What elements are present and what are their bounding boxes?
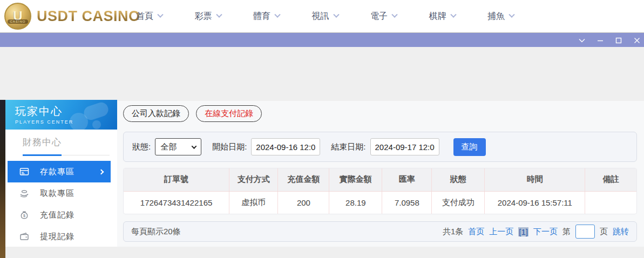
nav-item-slots[interactable]: 電子 — [370, 11, 397, 22]
status-label: 狀態: — [132, 142, 151, 152]
app-window: U CASINO USDT CASINO 首頁 彩票 體育 視訊 — [0, 0, 644, 258]
table-cell: 虚拟币 — [229, 191, 278, 214]
window-maximize-icon[interactable] — [615, 37, 622, 44]
usdt-coin-icon: U CASINO — [4, 3, 31, 30]
chevron-down-icon — [509, 12, 514, 18]
chevron-down-icon — [333, 12, 339, 18]
jump-button[interactable]: 跳转 — [613, 227, 629, 237]
background-edge-strip — [0, 100, 5, 258]
jump-suffix-label: 页 — [600, 227, 608, 237]
chevron-down-icon — [450, 12, 456, 18]
sidebar-item-label: 存款專區 — [40, 167, 74, 177]
sidebar: 玩家中心 PLAYERS CENTER 財務中心 存款專區 取款專區 $ — [5, 100, 117, 247]
sidebar-item-deposit[interactable]: 存款專區 — [8, 161, 111, 182]
table-cell: 200 — [278, 191, 329, 214]
sidebar-item-label: 取款專區 — [40, 188, 74, 199]
chevron-down-icon — [274, 12, 280, 18]
site-header: U CASINO USDT CASINO 首頁 彩票 體育 視訊 — [0, 0, 644, 32]
window-close-icon[interactable] — [633, 37, 641, 44]
table-header-cell: 實際金額 — [329, 168, 382, 191]
sidebar-item-withdraw[interactable]: 取款專區 — [8, 182, 111, 204]
jump-page-input[interactable] — [575, 225, 595, 239]
window-minimize-icon[interactable] — [596, 37, 604, 44]
total-count-text: 共1条 — [443, 227, 463, 237]
start-date-input[interactable] — [251, 138, 320, 155]
nav-label: 電子 — [370, 11, 388, 22]
record-tabs: 公司入款記錄 在線支付記錄 — [123, 105, 637, 122]
nav-label: 首頁 — [136, 11, 153, 22]
table-cell: 支付成功 — [432, 191, 485, 214]
sidebar-header: 玩家中心 PLAYERS CENTER — [5, 100, 117, 130]
sidebar-item-recharge-records[interactable]: $ 充值記錄 — [8, 204, 111, 226]
table-row: 1726473431422165虚拟币20028.197.0958支付成功202… — [124, 191, 636, 214]
table-cell: 28.19 — [329, 191, 382, 214]
logo-text: USDT CASINO — [37, 8, 140, 25]
table-cell: 7.0958 — [382, 191, 432, 214]
sidebar-subtitle: PLAYERS CENTER — [15, 119, 117, 125]
sidebar-item-label: 提現記錄 — [40, 232, 74, 242]
end-date-input[interactable] — [370, 138, 439, 155]
deposit-card-icon — [19, 167, 29, 176]
main-nav: 首頁 彩票 體育 視訊 電子 棋牌 — [136, 0, 514, 32]
pagination-bar: 每頁顯示20條 共1条 首页 上一页 [1] 下一页 第 页 跳转 — [123, 221, 637, 242]
chevron-down-icon — [157, 12, 163, 18]
table-body: 1726473431422165虚拟币20028.197.0958支付成功202… — [124, 191, 636, 214]
start-date-label: 開始日期: — [212, 142, 247, 152]
query-button[interactable]: 查詢 — [453, 138, 486, 156]
nav-item-lottery[interactable]: 彩票 — [195, 11, 221, 22]
table-header-cell: 訂單號 — [124, 168, 229, 191]
prev-page-link[interactable]: 上一页 — [489, 227, 513, 237]
tab-company-deposit-records[interactable]: 公司入款記錄 — [123, 105, 189, 122]
moneybag-icon: $ — [19, 210, 29, 220]
coin-band-label: CASINO — [8, 19, 28, 24]
first-page-link[interactable]: 首页 — [468, 227, 484, 237]
next-page-link[interactable]: 下一页 — [533, 227, 558, 237]
window-titlebar — [0, 32, 644, 47]
nav-label: 捕魚 — [487, 11, 505, 22]
sidebar-section-title: 財務中心 — [23, 136, 117, 148]
chevron-down-icon — [391, 12, 397, 18]
page-size-text: 每頁顯示20條 — [131, 227, 181, 237]
status-select[interactable]: 全部 — [155, 138, 201, 155]
sidebar-item-label: 充值記錄 — [40, 210, 74, 220]
nav-label: 棋牌 — [429, 11, 446, 22]
table-cell: 2024-09-16 15:57:11 — [485, 191, 585, 214]
chevron-right-icon — [99, 169, 104, 174]
main-content: 公司入款記錄 在線支付記錄 狀態: 全部 開始日期: 結束日期: 查詢 訂單號支… — [117, 101, 644, 247]
table-header-cell: 備註 — [585, 168, 636, 191]
jump-prefix-label: 第 — [562, 227, 571, 237]
table-header-cell: 匯率 — [382, 168, 432, 191]
nav-item-sports[interactable]: 體育 — [253, 11, 280, 22]
records-table: 訂單號支付方式充值金額實際金額匯率狀態時間備註 1726473431422165… — [123, 168, 637, 214]
end-date-label: 結束日期: — [331, 142, 365, 152]
site-logo[interactable]: U CASINO USDT CASINO — [4, 3, 140, 30]
tab-online-payment-records[interactable]: 在線支付記錄 — [196, 105, 262, 122]
withdraw-hand-icon — [19, 188, 29, 198]
nav-item-live[interactable]: 視訊 — [312, 11, 338, 22]
wallet-icon — [19, 232, 29, 241]
table-cell — [585, 191, 636, 214]
table-header-cell: 狀態 — [432, 168, 485, 191]
svg-text:$: $ — [23, 214, 25, 218]
pagination-controls: 共1条 首页 上一页 [1] 下一页 第 页 跳转 — [443, 225, 629, 239]
window-chevron-down-icon[interactable] — [578, 37, 586, 44]
chevron-down-icon — [216, 12, 222, 18]
nav-label: 視訊 — [312, 11, 329, 22]
nav-label: 體育 — [253, 11, 270, 22]
window-controls — [578, 33, 641, 47]
filter-bar: 狀態: 全部 開始日期: 結束日期: 查詢 — [123, 132, 637, 162]
section-underline — [23, 154, 110, 155]
table-header-cell: 支付方式 — [229, 168, 278, 191]
chevron-down-icon — [192, 144, 197, 149]
table-header-row: 訂單號支付方式充值金額實際金額匯率狀態時間備註 — [124, 168, 636, 191]
sidebar-item-withdrawal-records[interactable]: 提現記錄 — [8, 226, 111, 247]
table-header-cell: 充值金額 — [278, 168, 329, 191]
nav-item-cards[interactable]: 棋牌 — [429, 11, 456, 22]
nav-label: 彩票 — [195, 11, 212, 22]
nav-item-home[interactable]: 首頁 — [136, 11, 162, 22]
decoration-circle — [92, 120, 101, 129]
current-page-indicator: [1] — [518, 227, 528, 236]
nav-item-fishing[interactable]: 捕魚 — [487, 11, 514, 22]
decoration-circle — [70, 113, 88, 130]
table-header-cell: 時間 — [485, 168, 585, 191]
